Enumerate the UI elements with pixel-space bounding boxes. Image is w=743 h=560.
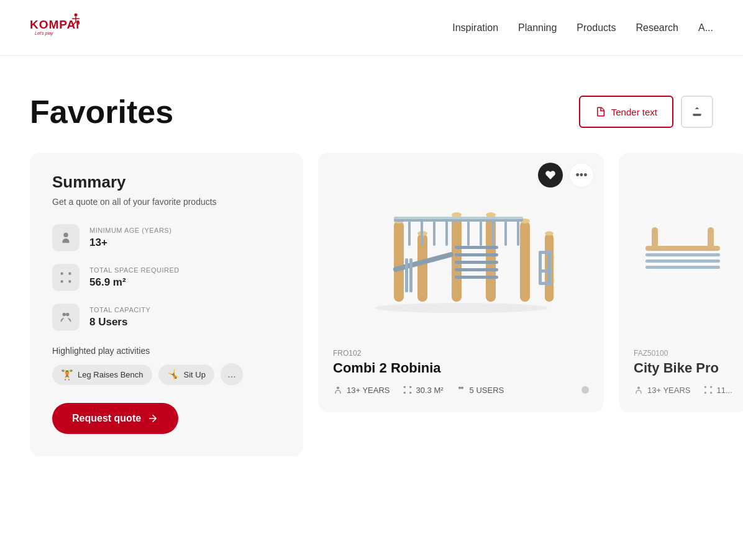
person-small-icon-2 [634,385,644,395]
summary-card: Summary Get a quote on all of your favor… [30,153,303,456]
product-indicator-fro102 [581,386,589,394]
svg-point-56 [637,387,640,389]
stat-min-age-label: MINIMUM AGE (YEARS) [89,227,171,234]
svg-point-10 [374,303,548,313]
svg-rect-34 [455,246,498,249]
product-age-fro102: 13+ YEARS [333,385,390,395]
product-info-faz50100: FAZ50100 City Bike Pro 13+ YEARS 11... [619,339,743,400]
svg-rect-44 [539,251,552,254]
stat-total-capacity: TOTAL CAPACITY 8 Users [52,304,281,331]
person-icon-wrap [52,224,80,251]
svg-point-7 [63,233,68,237]
nav-planning[interactable]: Planning [518,22,557,34]
area-small-icon-2 [703,385,713,395]
cards-row: Summary Get a quote on all of your favor… [30,153,713,456]
product-users-fro102: 5 USERS [456,385,504,395]
area-icon [59,271,73,284]
svg-rect-54 [645,260,720,263]
product-space-label-faz50100: 11... [717,386,732,395]
svg-rect-15 [452,215,462,302]
product-card-faz50100: FAZ50100 City Bike Pro 13+ YEARS 11... [619,153,743,412]
product-users-label-fro102: 5 USERS [470,386,504,395]
tender-text-label: Tender text [611,107,657,117]
svg-point-16 [452,212,462,217]
request-quote-button[interactable]: Request quote [52,403,178,434]
nav-inspiration[interactable]: Inspiration [452,22,498,34]
site-header: KOMPAN Let's play Inspiration Planning P… [0,0,743,56]
svg-rect-42 [539,252,542,283]
sit-up-icon: 🤸 [167,369,180,381]
summary-title: Summary [52,173,281,192]
main-nav: Inspiration Planning Products Research A… [452,22,713,34]
svg-rect-43 [548,252,551,283]
activity-leg-raises[interactable]: 🏋 Leg Raises Bench [52,364,152,385]
leg-raises-label: Leg Raises Bench [78,370,144,379]
product-stats-fro102: 13+ YEARS 30.3 M² 5 USERS [333,385,589,395]
arrow-right-icon [147,413,158,424]
product-card-fro102: ••• [318,153,604,412]
svg-rect-33 [517,221,519,246]
product-illustration-fro102 [355,171,567,320]
svg-rect-55 [645,266,720,269]
stat-total-capacity-content: TOTAL CAPACITY 8 Users [89,306,150,328]
svg-rect-40 [405,258,408,292]
svg-rect-45 [539,269,552,273]
svg-rect-37 [455,268,498,271]
product-space-fro102: 30.3 M² [403,385,444,395]
svg-rect-31 [492,221,495,246]
request-quote-label: Request quote [72,413,141,424]
activities-tags: 🏋 Leg Raises Bench 🤸 Sit Up ... [52,363,281,386]
tender-text-button[interactable]: Tender text [579,96,673,128]
product-stats-faz50100: 13+ YEARS 11... [634,385,732,395]
product-name-fro102: Combi 2 Robinia [333,360,589,376]
page-header: Favorites Tender text [30,93,713,130]
svg-rect-41 [409,258,413,292]
stat-min-age-value: 13+ [89,237,171,249]
svg-point-48 [458,387,461,389]
logo[interactable]: KOMPAN Let's play [30,6,80,50]
svg-text:KOMPAN: KOMPAN [30,18,80,31]
product-space-faz50100: 11... [703,385,732,395]
svg-point-8 [63,313,66,317]
main-content: Favorites Tender text Summary Get a quot… [0,56,743,481]
export-button[interactable] [681,96,713,128]
svg-rect-19 [520,221,530,302]
svg-rect-27 [433,221,435,246]
product-space-label-fro102: 30.3 M² [416,386,444,395]
product-code-faz50100: FAZ50100 [634,349,732,358]
svg-point-49 [461,387,463,389]
group-icon [59,310,73,324]
svg-rect-32 [504,221,507,246]
svg-point-1 [75,13,78,16]
product-code-fro102: FRO102 [333,349,589,358]
product-age-faz50100: 13+ YEARS [634,385,691,395]
favorite-button-fro102[interactable] [538,163,563,187]
header-actions: Tender text [579,96,713,128]
svg-rect-38 [455,276,498,279]
options-button-fro102[interactable]: ••• [569,163,594,187]
person-small-icon [333,385,343,395]
nav-products[interactable]: Products [577,22,616,34]
svg-point-18 [486,212,496,217]
svg-rect-51 [652,227,658,251]
area-small-icon [403,385,413,395]
stat-min-age-content: MINIMUM AGE (YEARS) 13+ [89,227,171,249]
product-illustration-faz50100 [633,196,732,296]
product-info-fro102: FRO102 Combi 2 Robinia 13+ YEARS 30.3 M²… [318,339,604,400]
leg-raises-icon: 🏋 [61,369,73,381]
stat-total-capacity-value: 8 Users [89,316,150,328]
more-activities-button[interactable]: ... [221,363,243,386]
stat-total-capacity-label: TOTAL CAPACITY [89,306,150,314]
svg-rect-11 [394,221,404,302]
group-small-icon [456,385,466,395]
svg-point-22 [545,232,554,236]
group-icon-wrap [52,304,80,331]
svg-text:Let's play: Let's play [35,31,53,36]
upload-icon [691,106,703,118]
product-age-label-faz50100: 13+ YEARS [647,386,691,395]
logo-svg: KOMPAN Let's play [30,6,80,50]
activity-sit-up[interactable]: 🤸 Sit Up [158,364,214,385]
svg-point-9 [66,313,70,317]
nav-more[interactable]: A... [698,22,713,34]
nav-research[interactable]: Research [636,22,678,34]
